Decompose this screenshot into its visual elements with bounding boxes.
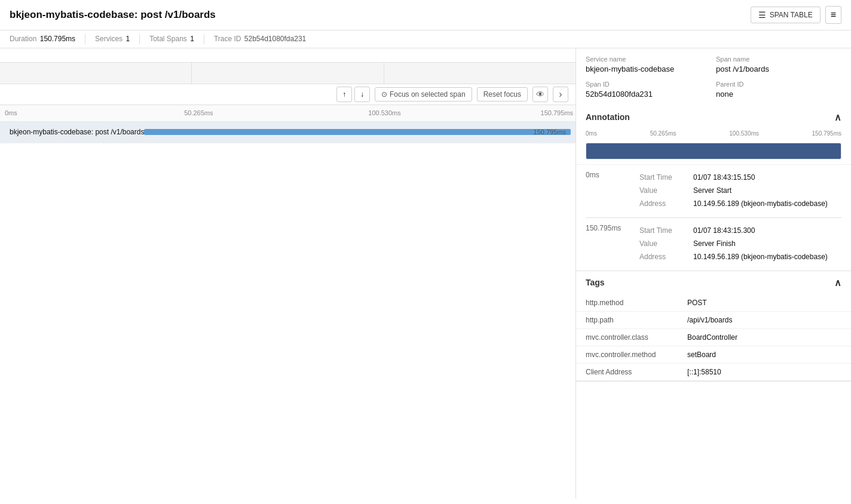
span-duration: 150.795ms	[534, 128, 566, 136]
hamburger-icon: ≡	[831, 10, 836, 20]
annotation-ruler: 0ms 50.265ms 100.530ms 150.795ms	[586, 129, 841, 138]
span-name-value: post /v1/boards	[716, 64, 841, 73]
start-time-label-0: Start Time	[639, 171, 693, 184]
tag-key: http.method	[576, 294, 678, 312]
service-name-block: Service name bkjeon-mybatis-codebase	[586, 56, 711, 73]
span-ruler-1: 50.265ms	[184, 109, 213, 116]
annotation-table-0: Start Time 01/07 18:43:15.150 Value Serv…	[639, 171, 841, 210]
span-timeline-ruler: 0ms 50.265ms 100.530ms 150.795ms	[0, 105, 576, 122]
eye-button[interactable]: 👁	[532, 87, 548, 102]
ann-ruler-3: 150.795ms	[812, 130, 841, 137]
tags-collapse-icon: ∧	[834, 277, 841, 288]
total-spans-meta: Total Spans 1	[140, 34, 204, 44]
span-label: bkjeon-mybatis-codebase: post /v1/boards	[5, 128, 144, 136]
span-ruler-3: 150.795ms	[541, 109, 573, 116]
focus-span-button[interactable]: ⊙ Focus on selected span	[375, 87, 472, 102]
services-value: 1	[125, 35, 130, 43]
annotation-row: Address 10.149.56.189 (bkjeon-mybatis-co…	[639, 197, 841, 210]
header-actions: ☰ SPAN TABLE ≡	[751, 6, 841, 24]
annotation-section: Annotation ∧ 0ms 50.265ms 100.530ms 150.…	[576, 106, 851, 271]
reset-focus-button[interactable]: Reset focus	[477, 87, 528, 102]
duration-label: Duration	[10, 35, 36, 43]
right-panel: Service name bkjeon-mybatis-codebase Spa…	[576, 48, 851, 499]
annotation-bar	[586, 143, 841, 159]
span-table-button[interactable]: ☰ SPAN TABLE	[751, 7, 821, 23]
top-header: bkjeon-mybatis-codebase: post /v1/boards…	[0, 0, 851, 30]
tag-key: mvc.controller.method	[576, 346, 678, 363]
tag-row: Client Address[::1]:58510	[576, 363, 851, 380]
span-ruler-0: 0ms	[5, 109, 17, 116]
timeline-header: ms 50.265ms 100.530ms 150.795ms	[0, 48, 576, 84]
trace-id-label: Trace ID	[214, 35, 241, 43]
span-id-value: 52b54d1080fda231	[586, 90, 711, 99]
span-bar	[144, 129, 571, 135]
trace-id-meta: Trace ID 52b54d1080fda231	[204, 34, 316, 44]
annotation-row: Value Server Start	[639, 184, 841, 197]
tag-row: http.methodPOST	[576, 294, 851, 312]
total-spans-value: 1	[190, 35, 194, 43]
tag-value: POST	[678, 294, 851, 312]
duration-meta: Duration 150.795ms	[0, 34, 85, 44]
tag-value: [::1]:58510	[678, 363, 851, 380]
reset-label: Reset focus	[483, 90, 521, 99]
annotation-title: Annotation	[586, 112, 630, 122]
tags-header[interactable]: Tags ∧	[576, 271, 851, 294]
detail-grid: Service name bkjeon-mybatis-codebase Spa…	[576, 48, 851, 106]
service-name-value: bkjeon-mybatis-codebase	[586, 64, 711, 73]
duration-value: 150.795ms	[40, 35, 75, 43]
nav-down-button[interactable]: ↓	[354, 87, 370, 102]
annotation-offset-0: 0ms	[586, 171, 639, 210]
tag-value: BoardController	[678, 328, 851, 346]
tag-key: Client Address	[576, 363, 678, 380]
ann-ruler-2: 100.530ms	[729, 130, 758, 137]
tags-section: Tags ∧ http.methodPOSThttp.path/api/v1/b…	[576, 271, 851, 382]
tag-value: setBoard	[678, 346, 851, 363]
annotation-row: Value Server Finish	[639, 237, 841, 250]
tag-value: /api/v1/boards	[678, 311, 851, 328]
page-title: bkjeon-mybatis-codebase: post /v1/boards	[10, 9, 216, 21]
value-label-0: Value	[639, 184, 693, 197]
span-row[interactable]: bkjeon-mybatis-codebase: post /v1/boards…	[0, 122, 576, 143]
annotation-timeline	[586, 143, 841, 159]
left-panel: ms 50.265ms 100.530ms 150.795ms ↑ ↓ ⊙ Fo…	[0, 48, 576, 499]
start-time-label-1: Start Time	[639, 224, 693, 237]
next-button[interactable]: ›	[553, 87, 568, 102]
span-id-label: Span ID	[586, 81, 711, 88]
tag-row: mvc.controller.classBoardController	[576, 328, 851, 346]
parent-id-block: Parent ID none	[716, 81, 841, 99]
nav-up-button[interactable]: ↑	[336, 87, 352, 102]
tags-table: http.methodPOSThttp.path/api/v1/boardsmv…	[576, 294, 851, 381]
focus-label: Focus on selected span	[390, 90, 466, 99]
span-table-label: SPAN TABLE	[770, 11, 813, 19]
ann-ruler-1: 50.265ms	[650, 130, 676, 137]
annotation-row: Start Time 01/07 18:43:15.300	[639, 224, 841, 237]
value-label-1: Value	[639, 237, 693, 250]
span-name-block: Span name post /v1/boards	[716, 56, 841, 73]
address-label-1: Address	[639, 250, 693, 263]
nav-arrows: ↑ ↓	[336, 87, 370, 102]
annotation-entry-0: 0ms Start Time 01/07 18:43:15.150 Value …	[576, 164, 851, 210]
total-spans-label: Total Spans	[149, 35, 187, 43]
tags-title: Tags	[586, 278, 605, 287]
annotation-header[interactable]: Annotation ∧	[576, 106, 851, 129]
span-id-block: Span ID 52b54d1080fda231	[586, 81, 711, 99]
address-label-0: Address	[639, 197, 693, 210]
value-value-1: Server Finish	[693, 237, 841, 250]
address-value-1: 10.149.56.189 (bkjeon-mybatis-codebase)	[693, 250, 841, 263]
menu-button[interactable]: ≡	[825, 6, 841, 24]
annotation-offset-1: 150.795ms	[586, 224, 639, 263]
parent-id-value: none	[716, 90, 841, 99]
span-name-label: Span name	[716, 56, 841, 63]
meta-bar: Duration 150.795ms Services 1 Total Span…	[0, 30, 851, 48]
parent-id-label: Parent ID	[716, 81, 841, 88]
tag-row: mvc.controller.methodsetBoard	[576, 346, 851, 363]
span-bar-area: 150.795ms	[144, 122, 571, 143]
annotation-row: Address 10.149.56.189 (bkjeon-mybatis-co…	[639, 250, 841, 263]
controls-bar: ↑ ↓ ⊙ Focus on selected span Reset focus…	[0, 84, 576, 105]
annotation-row: Start Time 01/07 18:43:15.150	[639, 171, 841, 184]
chevron-right-icon: ›	[559, 89, 562, 100]
services-meta: Services 1	[85, 34, 140, 44]
address-value-0: 10.149.56.189 (bkjeon-mybatis-codebase)	[693, 197, 841, 210]
tag-key: mvc.controller.class	[576, 328, 678, 346]
tag-row: http.path/api/v1/boards	[576, 311, 851, 328]
